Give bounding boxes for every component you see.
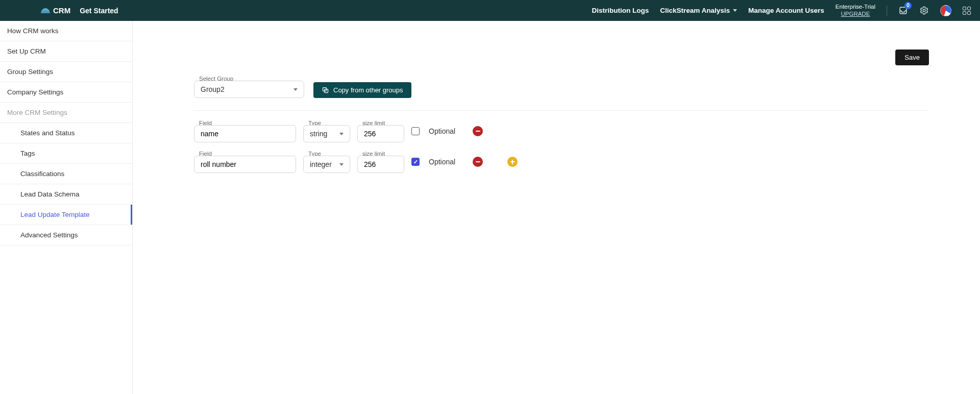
apps-icon-cell (963, 11, 966, 15)
size-input-wrap: size limit (357, 151, 404, 173)
apps-icon-cell (967, 11, 971, 15)
divider (194, 110, 929, 111)
chevron-down-icon (339, 163, 344, 166)
remove-row-button[interactable] (473, 157, 483, 167)
product-logo[interactable]: CRM (41, 6, 70, 15)
size-limit-input[interactable] (357, 156, 404, 173)
sidebar-item-group-settings[interactable]: Group Settings (0, 62, 132, 82)
remove-row-button[interactable] (473, 126, 483, 136)
save-button[interactable]: Save (895, 50, 929, 65)
sidebar-item-how-works[interactable]: How CRM works (0, 21, 132, 41)
svg-point-0 (923, 9, 925, 12)
avatar[interactable] (940, 5, 951, 16)
type-value: string (310, 130, 327, 138)
sidebar-item-tags[interactable]: Tags (0, 143, 132, 164)
schema-row: Field Type integer size limit Optional (194, 146, 929, 177)
optional-label: Optional (429, 158, 455, 166)
nav-get-started[interactable]: Get Started (80, 7, 118, 15)
sidebar-item-states-status[interactable]: States and Status (0, 123, 132, 143)
apps-icon-cell (967, 7, 971, 10)
inbox-button[interactable]: 0 (898, 6, 908, 15)
optional-checkbox[interactable] (411, 127, 420, 135)
topbar-right: Distribution Logs ClickStream Analysis M… (592, 4, 971, 17)
optional-checkbox[interactable] (411, 158, 420, 166)
nav-distribution-logs[interactable]: Distribution Logs (592, 7, 649, 14)
top-bar: CRM Get Started Distribution Logs ClickS… (0, 0, 980, 21)
product-logo-icon (41, 8, 50, 13)
field-name-input[interactable] (194, 156, 296, 173)
type-select-wrap: Type integer (303, 151, 350, 173)
field-input-wrap: Field (194, 151, 296, 173)
trial-block: Enterprise-Trial UPGRADE (836, 4, 875, 17)
page-body: How CRM works Set Up CRM Group Settings … (0, 21, 980, 394)
trial-label: Enterprise-Trial (836, 4, 875, 10)
select-group-dropdown[interactable]: Group2 (194, 81, 304, 98)
sidebar-item-classifications[interactable]: Classifications (0, 164, 132, 184)
schema-row: Field Type string size limit Optional (194, 116, 929, 146)
type-select[interactable]: integer (303, 156, 350, 173)
nav-clickstream-analysis[interactable]: ClickStream Analysis (660, 7, 737, 14)
inbox-badge: 0 (904, 2, 912, 9)
apps-icon-cell (963, 7, 966, 10)
apps-button[interactable] (963, 7, 971, 15)
chevron-down-icon (293, 88, 298, 91)
nav-manage-account-users[interactable]: Manage Account Users (748, 7, 824, 14)
sidebar-item-advanced-settings[interactable]: Advanced Settings (0, 225, 132, 245)
select-group-wrap: Select Group Group2 (194, 76, 304, 98)
field-input-wrap: Field (194, 120, 296, 142)
sidebar-item-company-settings[interactable]: Company Settings (0, 82, 132, 103)
nav-clickstream-label: ClickStream Analysis (660, 7, 730, 14)
gear-icon (919, 6, 929, 15)
sidebar-item-setup[interactable]: Set Up CRM (0, 41, 132, 62)
size-limit-input[interactable] (357, 125, 404, 142)
chevron-down-icon (733, 9, 737, 12)
copy-from-other-groups-button[interactable]: Copy from other groups (313, 82, 411, 98)
sidebar: How CRM works Set Up CRM Group Settings … (0, 21, 133, 394)
type-value: integer (310, 160, 332, 168)
chevron-down-icon (339, 133, 344, 135)
optional-label: Optional (429, 127, 455, 135)
add-row-button[interactable] (507, 157, 518, 167)
product-name: CRM (53, 6, 70, 15)
settings-button[interactable] (919, 6, 929, 15)
upgrade-link[interactable]: UPGRADE (841, 11, 870, 17)
topbar-left: CRM Get Started (41, 6, 118, 15)
type-select[interactable]: string (303, 125, 350, 142)
sidebar-item-lead-update-template[interactable]: Lead Update Template (0, 205, 132, 225)
main-content: Save Select Group Group2 Copy from other… (133, 21, 980, 394)
copy-button-label: Copy from other groups (333, 86, 403, 94)
sidebar-heading-more: More CRM Settings (0, 103, 132, 123)
type-select-wrap: Type string (303, 120, 350, 142)
size-input-wrap: size limit (357, 120, 404, 142)
divider (887, 6, 887, 16)
group-selector-row: Select Group Group2 Copy from other grou… (194, 75, 929, 98)
select-group-value: Group2 (201, 85, 225, 93)
field-name-input[interactable] (194, 125, 296, 142)
sidebar-item-lead-schema[interactable]: Lead Data Schema (0, 184, 132, 205)
save-row: Save (895, 50, 929, 65)
copy-icon (322, 86, 329, 94)
